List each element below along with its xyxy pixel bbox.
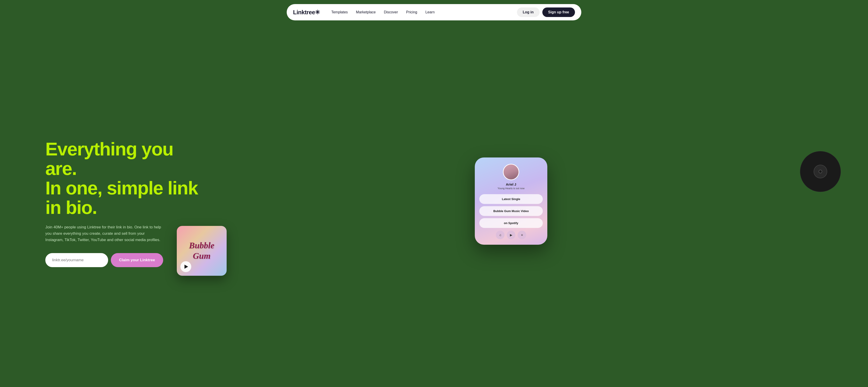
link-button-2[interactable]: Bubble Gum Music Video: [479, 206, 543, 216]
hero-headline: Everything you are. In one, simple link …: [45, 139, 199, 217]
nav-learn[interactable]: Learn: [422, 8, 438, 16]
hero-subtext: Join 40M+ people using Linktree for thei…: [45, 224, 163, 243]
play-triangle-icon: [184, 265, 188, 269]
cta-button[interactable]: Claim your Linktree: [111, 253, 163, 267]
profile-section: Ariel J Young Hearts is out now: [479, 164, 543, 190]
signup-button[interactable]: Sign up free: [542, 7, 575, 17]
phone-mockup: Ariel J Young Hearts is out now Latest S…: [475, 158, 547, 245]
nav-pricing[interactable]: Pricing: [403, 8, 421, 16]
play-button[interactable]: [180, 261, 191, 272]
link-button-1[interactable]: Latest Single: [479, 194, 543, 204]
phone-frame: Ariel J Young Hearts is out now Latest S…: [475, 158, 547, 245]
navbar-right: Log in Sign up free: [517, 7, 575, 17]
link-button-3[interactable]: on Spotify: [479, 218, 543, 228]
navbar-wrapper: Linktree✳ Templates Marketplace Discover…: [0, 0, 868, 25]
headline-line2: In one, simple link: [45, 178, 198, 198]
social-icons-row: ♫ ▶ ≡: [479, 231, 543, 239]
hero-section: Everything you are. In one, simple link …: [0, 25, 868, 387]
nav-links: Templates Marketplace Discover Pricing L…: [328, 10, 438, 14]
profile-name: Ariel J: [506, 183, 516, 186]
hero-cta: Claim your Linktree: [45, 253, 163, 267]
music-icon[interactable]: ≡: [518, 231, 526, 239]
nav-templates[interactable]: Templates: [328, 8, 351, 16]
hero-left: Everything you are. In one, simple link …: [45, 139, 199, 267]
vinyl-record: [800, 151, 841, 192]
navbar-left: Linktree✳ Templates Marketplace Discover…: [293, 9, 438, 16]
vinyl-grooves: [800, 151, 841, 192]
play-button-area: [177, 226, 227, 276]
url-input[interactable]: [45, 253, 108, 267]
logo[interactable]: Linktree✳: [293, 9, 320, 16]
spotify-icon[interactable]: ♫: [496, 231, 504, 239]
avatar-face: [503, 164, 519, 180]
youtube-icon[interactable]: ▶: [507, 231, 515, 239]
headline-line3: in bio.: [45, 197, 97, 218]
nav-marketplace[interactable]: Marketplace: [353, 8, 379, 16]
navbar: Linktree✳ Templates Marketplace Discover…: [287, 4, 581, 21]
hero-right: Ariel J Young Hearts is out now Latest S…: [199, 137, 823, 269]
profile-bio: Young Hearts is out now: [498, 187, 525, 190]
login-button[interactable]: Log in: [517, 7, 539, 17]
avatar: [503, 164, 519, 180]
nav-discover[interactable]: Discover: [381, 8, 401, 16]
headline-line1: Everything you are.: [45, 139, 173, 179]
